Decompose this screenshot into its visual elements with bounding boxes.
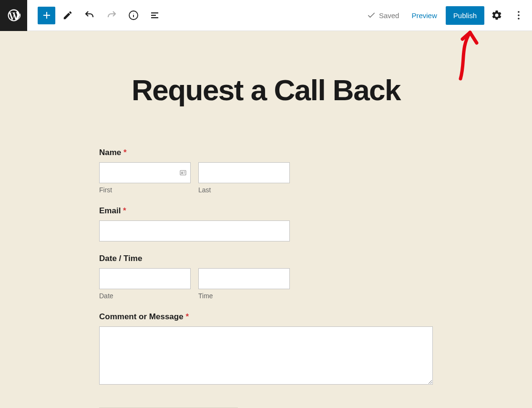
date-input[interactable] [99,268,191,289]
field-email: Email * [99,206,433,241]
callback-form: Name * [99,148,433,408]
wordpress-logo[interactable] [0,0,27,31]
comment-label: Comment or Message * [99,312,433,322]
email-label-text: Email [99,206,121,215]
field-comment: Comment or Message * [99,312,433,387]
svg-point-7 [518,14,520,16]
info-icon [128,10,139,21]
name-label: Name * [99,148,433,157]
comment-textarea[interactable] [99,326,433,385]
editor-canvas: Request a Call Back Name * [0,31,532,408]
first-name-sublabel: First [99,186,191,194]
time-sublabel: Time [198,292,290,300]
last-name-sublabel: Last [198,186,290,194]
comment-label-text: Comment or Message [99,312,184,321]
email-required: * [123,206,126,215]
comment-required: * [185,312,189,321]
pencil-icon [62,10,73,21]
more-vertical-icon [513,10,524,21]
settings-button[interactable] [487,6,506,25]
svg-rect-3 [151,12,158,13]
toolbar-right-group: Saved Preview Publish [367,6,532,25]
name-label-text: Name [99,148,121,157]
add-block-button[interactable] [38,7,55,24]
svg-rect-4 [151,15,156,16]
email-input[interactable] [99,220,290,241]
edit-mode-button[interactable] [58,6,77,25]
first-name-input[interactable] [99,162,191,183]
check-icon [367,10,376,20]
field-name: Name * [99,148,433,194]
svg-point-8 [518,18,520,20]
datetime-label: Date / Time [99,254,433,263]
page-title[interactable]: Request a Call Back [0,73,532,107]
time-input[interactable] [198,268,290,289]
info-button[interactable] [124,6,143,25]
redo-button[interactable] [102,6,121,25]
svg-point-6 [518,11,520,13]
editor-toolbar: Saved Preview Publish [0,0,532,31]
publish-button[interactable]: Publish [446,6,484,25]
email-label: Email * [99,206,433,216]
saved-label: Saved [379,11,399,20]
toolbar-left-group [27,6,165,25]
plus-icon [41,10,52,21]
list-icon [150,10,161,21]
undo-icon [84,10,95,21]
wordpress-icon [7,8,21,22]
svg-point-2 [133,13,133,13]
date-sublabel: Date [99,292,191,300]
name-required: * [123,148,127,157]
svg-rect-5 [151,17,158,18]
redo-icon [106,10,117,21]
preview-link[interactable]: Preview [406,7,442,24]
undo-button[interactable] [80,6,99,25]
last-name-input[interactable] [198,162,290,183]
outline-button[interactable] [146,6,165,25]
field-datetime: Date / Time Date Time [99,254,433,300]
gear-icon [491,10,502,21]
save-status: Saved [367,10,399,20]
more-options-button[interactable] [509,6,528,25]
